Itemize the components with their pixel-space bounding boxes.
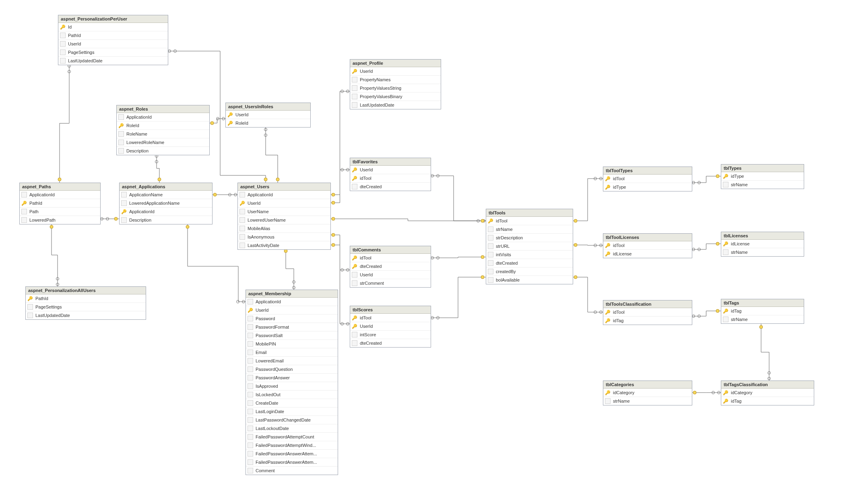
column-row[interactable]: 🔑idTool — [350, 174, 431, 183]
column-row[interactable]: UserId — [58, 40, 168, 48]
column-row[interactable]: UserId — [350, 271, 431, 279]
column-row[interactable]: strName — [721, 248, 804, 256]
column-row[interactable]: PageSettings — [58, 48, 168, 57]
entity-tblComments[interactable]: tblComments🔑idTool🔑dteCreatedUserIdstrCo… — [350, 246, 431, 288]
column-row[interactable]: strName — [721, 315, 804, 323]
column-row[interactable]: PasswordSalt — [246, 331, 338, 340]
column-row[interactable]: 🔑idTag — [603, 317, 692, 325]
column-row[interactable]: 🔑idLicense — [721, 240, 804, 248]
column-row[interactable]: FailedPasswordAnswerAttem... — [246, 458, 338, 467]
entity-tblCategories[interactable]: tblCategories🔑idCategorystrName — [603, 381, 692, 405]
column-row[interactable]: strDescription — [486, 234, 573, 242]
column-row[interactable]: PropertyValuesString — [350, 84, 441, 93]
column-row[interactable]: LastActivityDate — [238, 241, 330, 249]
column-row[interactable]: 🔑UserId — [350, 166, 431, 174]
column-row[interactable]: LastUpdatedDate — [26, 311, 146, 319]
column-row[interactable]: 🔑idCategory — [603, 389, 692, 397]
column-row[interactable]: 🔑idTool — [603, 175, 692, 183]
entity-tblToolLicenses[interactable]: tblToolLicenses🔑idTool🔑idLicense — [603, 233, 692, 258]
column-row[interactable]: Description — [120, 216, 212, 224]
column-row[interactable]: bolAvailable — [486, 276, 573, 284]
entity-aspnet_Users[interactable]: aspnet_UsersApplicationId🔑UserIdUserName… — [237, 183, 331, 250]
column-row[interactable]: 🔑dteCreated — [350, 262, 431, 271]
entity-tblScores[interactable]: tblScores🔑idTool🔑UserIdintScoredteCreate… — [350, 306, 431, 348]
column-row[interactable]: 🔑UserId — [226, 111, 310, 119]
column-row[interactable]: RoleName — [117, 130, 209, 138]
column-row[interactable]: 🔑PathId — [20, 199, 100, 208]
column-row[interactable]: LastLockoutDate — [246, 424, 338, 433]
column-row[interactable]: 🔑UserId — [350, 67, 441, 76]
column-row[interactable]: strName — [721, 181, 804, 189]
column-row[interactable]: Password — [246, 315, 338, 323]
column-row[interactable]: 🔑idLicense — [603, 250, 692, 258]
column-row[interactable]: PathId — [58, 31, 168, 40]
column-row[interactable]: LastUpdatedDate — [58, 57, 168, 65]
entity-aspnet_PersonalizationPerUser[interactable]: aspnet_PersonalizationPerUser🔑IdPathIdUs… — [58, 15, 168, 65]
column-row[interactable]: 🔑idTool — [350, 254, 431, 262]
column-row[interactable]: LoweredRoleName — [117, 138, 209, 147]
column-row[interactable]: strName — [603, 397, 692, 405]
column-row[interactable]: dteCreated — [350, 183, 431, 191]
column-row[interactable]: LastPasswordChangedDate — [246, 416, 338, 424]
entity-tblFavorites[interactable]: tblFavorites🔑UserId🔑idTooldteCreated — [350, 158, 431, 191]
column-row[interactable]: IsApproved — [246, 382, 338, 391]
entity-tblToolsClassification[interactable]: tblToolsClassification🔑idTool🔑idTag — [603, 300, 692, 325]
entity-tblTools[interactable]: tblTools🔑idToolstrNamestrDescriptionstrU… — [486, 209, 573, 284]
column-row[interactable]: 🔑idTool — [603, 308, 692, 317]
entity-aspnet_UsersInRoles[interactable]: aspnet_UsersInRoles🔑UserId🔑RoleId — [225, 103, 311, 128]
column-row[interactable]: IsAnonymous — [238, 233, 330, 241]
column-row[interactable]: UserName — [238, 208, 330, 216]
column-row[interactable]: dteCreated — [486, 259, 573, 267]
column-row[interactable]: PropertyNames — [350, 76, 441, 84]
column-row[interactable]: 🔑idCategory — [721, 389, 814, 397]
column-row[interactable]: intScore — [350, 331, 431, 339]
column-row[interactable]: FailedPasswordAttemptWind... — [246, 441, 338, 450]
column-row[interactable]: strURL — [486, 242, 573, 251]
column-row[interactable]: FailedPasswordAnswerAttem... — [246, 450, 338, 458]
entity-tblTypes[interactable]: tblTypes🔑idTypestrName — [721, 164, 804, 189]
column-row[interactable]: ApplicationId — [117, 113, 209, 121]
column-row[interactable]: MobilePIN — [246, 340, 338, 348]
column-row[interactable]: PropertyValuesBinary — [350, 93, 441, 101]
entity-aspnet_PersonalizationAllUsers[interactable]: aspnet_PersonalizationAllUsers🔑PathIdPag… — [25, 286, 146, 320]
column-row[interactable]: 🔑idTag — [721, 397, 814, 405]
column-row[interactable]: Email — [246, 348, 338, 357]
column-row[interactable]: PasswordQuestion — [246, 365, 338, 374]
column-row[interactable]: FailedPasswordAttemptCount — [246, 433, 338, 441]
column-row[interactable]: dteCreated — [350, 339, 431, 347]
column-row[interactable]: MobileAlias — [238, 224, 330, 233]
column-row[interactable]: 🔑ApplicationId — [120, 208, 212, 216]
column-row[interactable]: Description — [117, 147, 209, 155]
column-row[interactable]: 🔑RoleId — [117, 121, 209, 130]
column-row[interactable]: 🔑RoleId — [226, 119, 310, 127]
column-row[interactable]: 🔑idTool — [603, 241, 692, 250]
column-row[interactable]: Comment — [246, 467, 338, 475]
entity-tblTags[interactable]: tblTags🔑idTagstrName — [721, 299, 804, 324]
column-row[interactable]: PasswordFormat — [246, 323, 338, 331]
column-row[interactable]: LoweredEmail — [246, 357, 338, 365]
column-row[interactable]: LoweredUserName — [238, 216, 330, 224]
column-row[interactable]: 🔑idType — [721, 172, 804, 181]
column-row[interactable]: ApplicationId — [20, 191, 100, 199]
entity-aspnet_Paths[interactable]: aspnet_PathsApplicationId🔑PathIdPathLowe… — [19, 183, 101, 224]
column-row[interactable]: ApplicationId — [246, 298, 338, 306]
column-row[interactable]: LastUpdatedDate — [350, 101, 441, 109]
diagram-canvas[interactable]: aspnet_PersonalizationPerUser🔑IdPathIdUs… — [0, 0, 844, 504]
column-row[interactable]: 🔑UserId — [350, 322, 431, 331]
column-row[interactable]: 🔑idTag — [721, 307, 804, 315]
column-row[interactable]: ApplicationId — [238, 191, 330, 199]
entity-aspnet_Roles[interactable]: aspnet_RolesApplicationId🔑RoleIdRoleName… — [116, 105, 210, 155]
column-row[interactable]: strComment — [350, 279, 431, 287]
column-row[interactable]: 🔑Id — [58, 23, 168, 31]
entity-tblToolTypes[interactable]: tblToolTypes🔑idTool🔑idType — [603, 167, 692, 191]
entity-aspnet_Membership[interactable]: aspnet_MembershipApplicationId🔑UserIdPas… — [246, 290, 338, 475]
column-row[interactable]: ApplicationName — [120, 191, 212, 199]
column-row[interactable]: 🔑UserId — [246, 306, 338, 315]
column-row[interactable]: 🔑idType — [603, 183, 692, 191]
entity-aspnet_Applications[interactable]: aspnet_ApplicationsApplicationNameLowere… — [119, 183, 213, 224]
column-row[interactable]: LoweredPath — [20, 216, 100, 224]
column-row[interactable]: intVisits — [486, 251, 573, 259]
column-row[interactable]: LastLoginDate — [246, 407, 338, 416]
column-row[interactable]: 🔑idTool — [350, 314, 431, 322]
entity-aspnet_Profile[interactable]: aspnet_Profile🔑UserIdPropertyNamesProper… — [350, 59, 441, 109]
